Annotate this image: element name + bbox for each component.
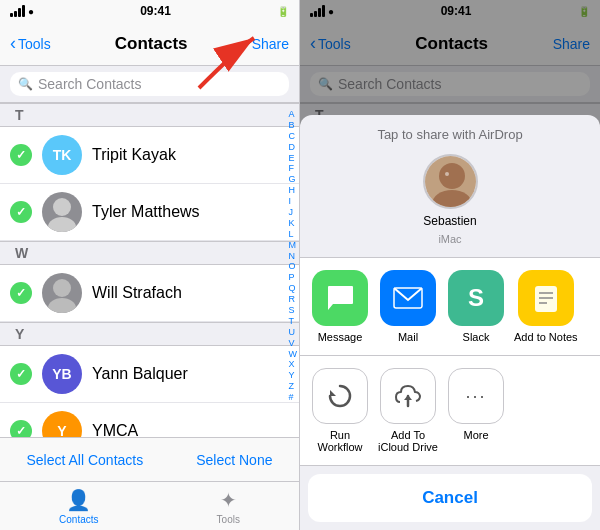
left-share-button[interactable]: Share	[252, 36, 289, 52]
contacts-tab-label: Contacts	[59, 514, 98, 525]
left-alpha-index[interactable]: A B C D E F G H I J K L M N O P Q R S T …	[289, 110, 298, 403]
share-app-message[interactable]: Message	[310, 270, 370, 343]
slack-app-icon: S	[448, 270, 504, 326]
airdrop-device-sebastien[interactable]: Sebastien iMac	[423, 154, 478, 245]
action-more[interactable]: ··· More	[446, 368, 506, 453]
share-sheet: Tap to share with AirDrop Sebastien iMac	[300, 115, 600, 530]
check-will	[10, 282, 32, 304]
airdrop-avatar-sebastien	[423, 154, 478, 209]
mail-app-label: Mail	[398, 331, 418, 343]
right-phone-panel: ● 09:41 🔋 ‹ Tools Contacts Share 🔍 Searc…	[300, 0, 600, 530]
name-tripit: Tripit Kayak	[92, 146, 176, 164]
tools-tab-icon: ✦	[220, 488, 237, 512]
mail-app-icon	[380, 270, 436, 326]
check-tripit	[10, 144, 32, 166]
svg-point-1	[48, 217, 76, 232]
left-back-button[interactable]: ‹ Tools	[10, 33, 51, 54]
airdrop-device-sub: iMac	[438, 233, 461, 245]
left-signal: ●	[10, 5, 34, 17]
select-all-button[interactable]: Select All Contacts	[26, 452, 143, 468]
avatar-tyler	[42, 192, 82, 232]
svg-marker-18	[330, 390, 336, 396]
left-contacts-list: T TK Tripit Kayak Tyler Matthews W	[0, 103, 299, 437]
avatar-will	[42, 273, 82, 313]
svg-marker-20	[404, 395, 412, 400]
name-tyler: Tyler Matthews	[92, 203, 200, 221]
notes-app-icon	[518, 270, 574, 326]
contact-tyler-matthews[interactable]: Tyler Matthews	[0, 184, 299, 241]
name-will: Will Strafach	[92, 284, 182, 302]
svg-point-11	[445, 172, 449, 176]
contact-will-strafach[interactable]: Will Strafach	[0, 265, 299, 322]
left-battery: 🔋	[277, 6, 289, 17]
tab-tools[interactable]: ✦ Tools	[217, 488, 240, 525]
check-ymca	[10, 420, 32, 437]
left-search-inner: 🔍 Search Contacts	[10, 72, 289, 96]
airdrop-label: Tap to share with AirDrop	[300, 127, 600, 142]
icloud-drive-icon	[380, 368, 436, 424]
signal-bars	[10, 5, 25, 17]
share-apps-row: Message Mail S Slack	[300, 257, 600, 356]
icloud-drive-label: Add ToiCloud Drive	[378, 429, 438, 453]
message-app-icon	[312, 270, 368, 326]
share-actions-row: RunWorkflow Add ToiCloud Drive ··· More	[300, 356, 600, 466]
left-time: 09:41	[140, 4, 171, 18]
cancel-button[interactable]: Cancel	[308, 474, 592, 522]
run-workflow-label: RunWorkflow	[317, 429, 362, 453]
left-status-bar: ● 09:41 🔋	[0, 0, 299, 22]
slack-app-label: Slack	[463, 331, 490, 343]
avatar-yann: YB	[42, 354, 82, 394]
airdrop-device-name: Sebastien	[423, 214, 476, 228]
svg-point-0	[53, 198, 71, 216]
airdrop-devices: Sebastien iMac	[300, 154, 600, 257]
avatar-tripit: TK	[42, 135, 82, 175]
action-run-workflow[interactable]: RunWorkflow	[310, 368, 370, 453]
share-app-notes[interactable]: Add to Notes	[514, 270, 578, 343]
tab-contacts[interactable]: 👤 Contacts	[59, 488, 98, 525]
left-back-chevron: ‹	[10, 33, 16, 54]
name-yann: Yann Balquer	[92, 365, 188, 383]
run-workflow-icon	[312, 368, 368, 424]
avatar-ymca: Y	[42, 411, 82, 437]
share-app-mail[interactable]: Mail	[378, 270, 438, 343]
section-t-header: T	[0, 103, 299, 127]
left-back-label: Tools	[18, 36, 51, 52]
check-tyler	[10, 201, 32, 223]
select-none-button[interactable]: Select None	[196, 452, 272, 468]
notes-app-label: Add to Notes	[514, 331, 578, 343]
message-app-label: Message	[318, 331, 363, 343]
action-icloud-drive[interactable]: Add ToiCloud Drive	[378, 368, 438, 453]
left-phone-panel: ● 09:41 🔋 ‹ Tools Contacts Share 🔍 Searc…	[0, 0, 300, 530]
share-app-slack[interactable]: S Slack	[446, 270, 506, 343]
left-tab-bar: 👤 Contacts ✦ Tools	[0, 481, 299, 530]
check-yann	[10, 363, 32, 385]
name-ymca: YMCA	[92, 422, 138, 437]
left-search-bar: 🔍 Search Contacts	[0, 66, 299, 103]
more-icon: ···	[448, 368, 504, 424]
left-search-placeholder: Search Contacts	[38, 76, 142, 92]
left-nav-title: Contacts	[115, 34, 188, 54]
share-sheet-overlay: Tap to share with AirDrop Sebastien iMac	[300, 0, 600, 530]
svg-point-3	[48, 298, 76, 313]
contact-tripit-kayak[interactable]: TK Tripit Kayak	[0, 127, 299, 184]
contact-ymca[interactable]: Y YMCA	[0, 403, 299, 437]
contacts-tab-icon: 👤	[66, 488, 91, 512]
left-bottom-bar: Select All Contacts Select None	[0, 437, 299, 481]
svg-point-9	[439, 163, 465, 189]
contact-yann[interactable]: YB Yann Balquer	[0, 346, 299, 403]
left-nav-bar: ‹ Tools Contacts Share	[0, 22, 299, 66]
section-y-header: Y	[0, 322, 299, 346]
section-w-header: W	[0, 241, 299, 265]
svg-rect-14	[535, 286, 557, 312]
svg-point-2	[53, 279, 71, 297]
tools-tab-label: Tools	[217, 514, 240, 525]
left-search-icon: 🔍	[18, 77, 33, 91]
more-label: More	[463, 429, 488, 441]
